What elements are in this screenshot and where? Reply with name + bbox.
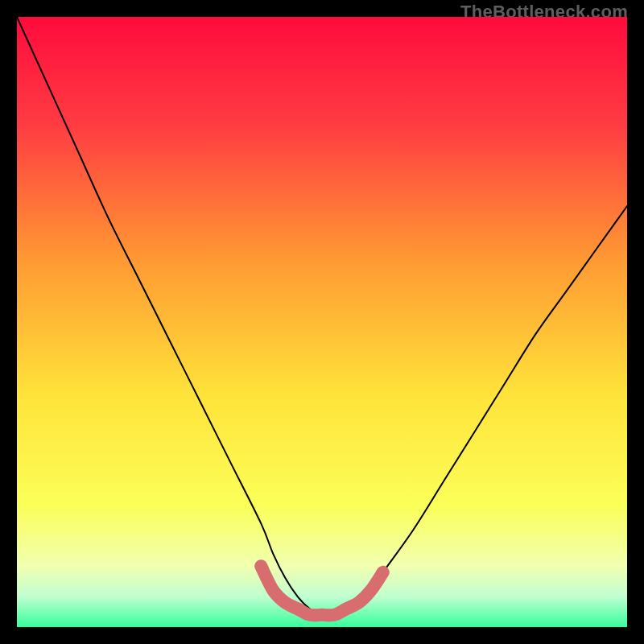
chart-frame: TheBottleneck.com bbox=[0, 0, 644, 644]
bottleneck-chart bbox=[17, 17, 627, 627]
gradient-background bbox=[17, 17, 627, 627]
